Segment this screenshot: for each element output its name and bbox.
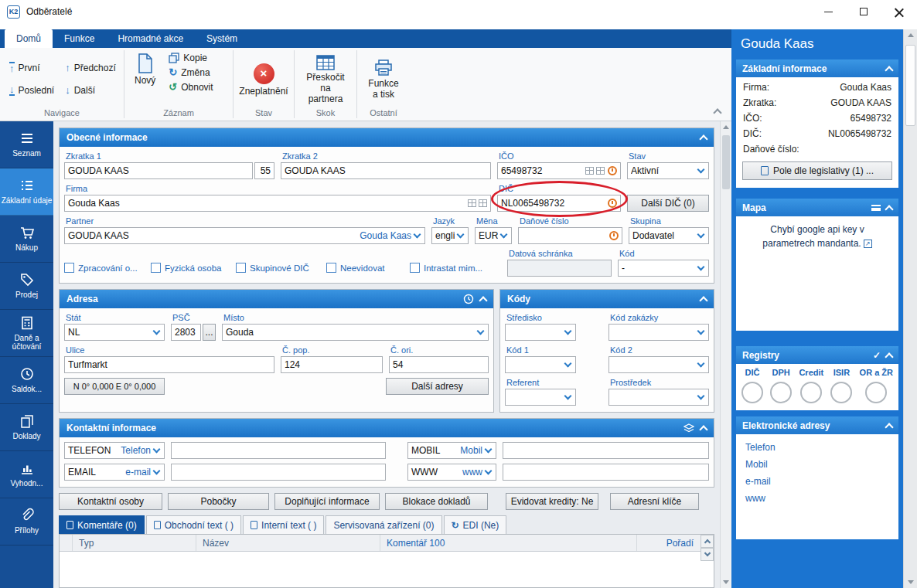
misto-select[interactable]: Gouda [222, 324, 489, 341]
check-icon[interactable] [873, 350, 881, 361]
tab-obchodni-text[interactable]: Obchodní text ( ) [146, 515, 241, 534]
gps-coordinates-button[interactable]: N 0° 0,000 E 0° 0,000 [64, 378, 165, 395]
history-clock-icon[interactable] [609, 231, 619, 240]
status-circle[interactable] [830, 382, 852, 403]
change-button[interactable]: Změna [165, 65, 216, 80]
zkratka1-input[interactable]: GOUDA KAAS [64, 162, 253, 179]
pole-dle-legislativy-button[interactable]: Pole dle legislativy (1) ... [742, 161, 892, 180]
scroll-up-button[interactable] [721, 121, 731, 133]
dalsi-adresy-button[interactable]: Další adresy [386, 378, 489, 395]
sidebar-item-dane-a-uctovani[interactable]: Daně a účtování [0, 310, 53, 357]
sidebar-item-nakup[interactable]: Nákup [0, 216, 53, 263]
panel-section-header-mapa[interactable]: Mapa [736, 199, 898, 216]
sidebar-item-seznam[interactable]: Seznam [0, 121, 53, 168]
collapse-chevron-icon[interactable] [885, 205, 893, 213]
zkratka1-order-input[interactable]: 55 [254, 162, 274, 179]
checkbox-neevidovat[interactable]: Neevidovat [326, 263, 404, 273]
registry-lookup-icon[interactable] [468, 199, 476, 207]
phone-input[interactable] [171, 442, 386, 459]
email-type-select[interactable]: EMAIL e-mail [64, 464, 165, 481]
zkratka2-input[interactable]: GOUDA KAAS [281, 162, 491, 179]
section-header-obecne[interactable]: Obecné informace [60, 128, 714, 147]
sidebar-item-doklady[interactable]: Doklady [0, 404, 53, 451]
www-type-select[interactable]: WWW www [407, 464, 496, 481]
ulice-input[interactable]: Turfmarkt [64, 356, 274, 373]
tab-edi[interactable]: EDI (Ne) [444, 515, 507, 534]
sidebar-item-prodej[interactable]: Prodej [0, 263, 53, 310]
psc-more-button[interactable]: ... [203, 324, 216, 341]
history-clock-icon[interactable] [608, 166, 617, 175]
next-button[interactable]: Další [62, 83, 119, 97]
ribbon-collapse-chevron-icon[interactable] [713, 108, 721, 117]
section-header-kontakty[interactable]: Kontaktní informace [60, 419, 714, 437]
panel-section-header-registry[interactable]: Registry [736, 346, 898, 364]
cpop-input[interactable]: 124 [281, 356, 383, 373]
sidebar-item-vyhodnoceni[interactable]: Vyhodn... [0, 451, 53, 498]
tab-system[interactable]: Systém [195, 29, 249, 48]
sidebar-item-zakladni-udaje[interactable]: Základní údaje [0, 168, 53, 216]
stat-select[interactable]: NL [64, 324, 165, 341]
blokace-dokladu-button[interactable]: Blokace dokladů [385, 493, 488, 510]
evidovat-kredity-button[interactable]: Evidovat kredity: Ne [506, 493, 598, 510]
scrollbar-thumb[interactable] [722, 135, 730, 189]
partner-link[interactable]: Gouda Kaas [360, 230, 411, 241]
form-lookup-icon[interactable] [596, 167, 605, 175]
partner-input[interactable]: GOUDA KAAS Gouda Kaas [64, 227, 425, 244]
jump-to-partner-button[interactable]: Přeskočit na partnera [301, 53, 350, 104]
scroll-up-button[interactable] [904, 29, 917, 41]
form-lookup-icon[interactable] [479, 199, 487, 207]
collapse-chevron-icon[interactable] [699, 296, 707, 304]
link-mobil[interactable]: Mobil [736, 456, 898, 473]
dalsi-dic-button[interactable]: Další DIČ (0) [627, 195, 709, 212]
sidebar-item-prilohy[interactable]: Přílohy [0, 498, 53, 546]
checkbox-skupinove-dic[interactable]: Skupinové DIČ [236, 263, 320, 273]
tab-domu[interactable]: Domů [5, 29, 53, 48]
table-body[interactable] [60, 552, 714, 587]
sidebar-item-saldokonto[interactable]: Saldok... [0, 357, 53, 404]
status-circle[interactable] [865, 382, 887, 403]
collapse-chevron-icon[interactable] [885, 66, 893, 74]
layers-icon[interactable] [683, 423, 694, 433]
dic-input[interactable]: NL0065498732 [497, 195, 621, 212]
mena-select[interactable]: EUR [475, 227, 512, 244]
email-input[interactable] [171, 464, 386, 481]
stredisko-select[interactable] [505, 324, 576, 341]
kod-select[interactable]: - [618, 260, 709, 277]
column-typ[interactable]: Typ [73, 535, 196, 551]
collapse-chevron-icon[interactable] [479, 296, 487, 304]
checkbox-zpracovani[interactable]: Zpracování o... [64, 263, 145, 273]
minimize-button[interactable] [810, 0, 846, 23]
close-button[interactable] [881, 0, 917, 23]
kod1-select[interactable] [505, 356, 576, 373]
status-circle[interactable] [800, 382, 822, 403]
danove-cislo-input[interactable] [518, 227, 622, 244]
checkbox-fyzicka-osoba[interactable]: Fyzická osoba [151, 263, 230, 273]
copy-button[interactable]: Kopie [165, 51, 216, 65]
psc-input[interactable]: 2803 [171, 324, 201, 341]
scroll-down-button[interactable] [721, 576, 731, 588]
first-button[interactable]: První [6, 60, 57, 75]
status-circle[interactable] [770, 382, 792, 403]
link-telefon[interactable]: Telefon [736, 439, 898, 456]
checkbox-intrastat[interactable]: Intrastat mim... [410, 263, 501, 273]
section-header-kody[interactable]: Kódy [500, 290, 714, 308]
external-link-icon[interactable] [864, 240, 872, 248]
referent-select[interactable] [505, 389, 576, 406]
maximize-button[interactable] [846, 0, 881, 23]
stav-select[interactable]: Aktivní [627, 162, 709, 179]
panel-section-header-zakladni[interactable]: Základní informace [736, 59, 898, 77]
collapse-chevron-icon[interactable] [885, 352, 893, 361]
status-circle[interactable] [741, 382, 763, 403]
jazyk-select[interactable]: english [431, 227, 469, 244]
column-nazev[interactable]: Název [196, 535, 380, 551]
section-header-adresa[interactable]: Adresa [60, 290, 493, 308]
scroll-down-button[interactable] [701, 548, 714, 561]
tab-komentare[interactable]: Komentáře (0) [59, 515, 145, 534]
firma-input[interactable]: Gouda Kaas [64, 195, 491, 212]
column-komentar[interactable]: Komentář 100 [380, 535, 637, 551]
pobocky-button[interactable]: Pobočky [168, 493, 269, 510]
link-email[interactable]: e-mail [736, 473, 898, 490]
cori-input[interactable]: 54 [389, 356, 489, 373]
tab-funkce[interactable]: Funkce [53, 29, 106, 48]
new-button[interactable]: Nový [131, 51, 159, 87]
